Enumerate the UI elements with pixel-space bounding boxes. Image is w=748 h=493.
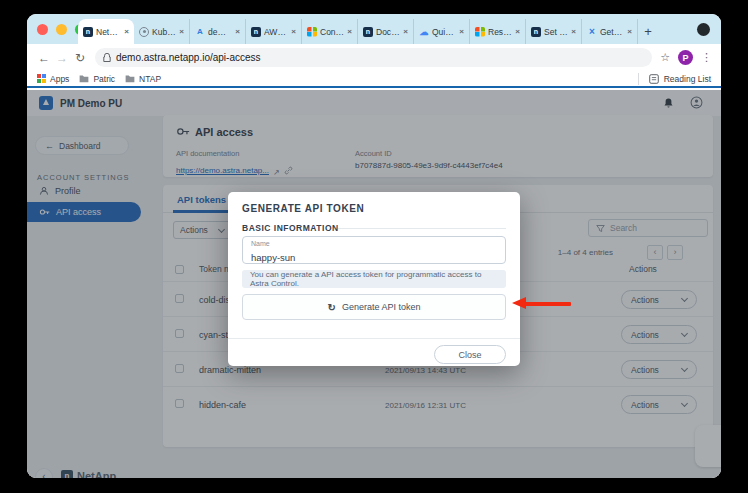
chrome-menu-icon[interactable] [701,51,712,64]
arrow-line [525,302,571,306]
generate-api-token-modal: GENERATE API TOKEN BASIC INFORMATION Nam… [228,192,520,366]
bookmark-label: Patric [93,74,115,84]
tab-label: demo-ak [208,27,232,37]
reading-list-icon [649,74,659,84]
microsoft-favicon [475,27,485,37]
azure-favicon [195,27,205,37]
close-window-button[interactable] [37,24,48,35]
tab-close-icon[interactable] [403,27,408,36]
tab-close-icon[interactable] [124,27,129,36]
modal-title: GENERATE API TOKEN [242,203,364,214]
folder-icon [125,74,135,83]
reading-list-button[interactable]: Reading List [638,73,711,85]
tab-netapp[interactable]: NetApp A [78,19,134,44]
reading-list-label: Reading List [664,74,711,84]
arrow-head-icon [512,297,526,309]
modal-section-label: BASIC INFORMATION [242,223,339,233]
modal-footer-divider [228,338,520,339]
tab-close-icon[interactable] [179,27,184,36]
google-cloud-favicon [419,27,429,37]
back-button[interactable] [35,51,53,65]
bookmark-apps[interactable]: Apps [37,74,69,84]
generate-button-label: Generate API token [342,302,421,312]
name-field-label: Name [251,240,497,247]
tab-close-icon[interactable] [571,27,576,36]
info-banner: You can generate a API access token for … [242,270,506,288]
tab-strip: NetApp A Kubernet demo-ak AWS, Azu Confi… [27,14,721,44]
tab-close-icon[interactable] [291,27,296,36]
tab-label: Resource [488,27,512,37]
folder-icon [79,74,89,83]
tab-aws-azure[interactable]: AWS, Azu [246,19,302,44]
minimize-window-button[interactable] [56,24,67,35]
kubernetes-favicon [139,27,149,37]
new-tab-button[interactable]: + [638,19,658,44]
reload-button[interactable] [71,51,89,65]
tab-close-icon[interactable] [347,27,352,36]
tab-kubernetes[interactable]: Kubernet [134,19,190,44]
tab-label: Getting s [600,27,624,37]
astra-control-app: PM Demo PU Dashboard ACCOUNT SETTINGS Pr… [27,90,721,478]
address-bar[interactable]: demo.astra.netapp.io/api-access [95,48,652,67]
tab-quickstart[interactable]: Quicksta [414,19,470,44]
browser-window: NetApp A Kubernet demo-ak AWS, Azu Confi… [27,14,721,478]
bookmark-label: Apps [50,74,69,84]
tab-label: Quicksta [432,27,456,37]
bookmark-star-icon[interactable] [660,51,670,64]
microsoft-favicon [307,27,317,37]
tab-label: Set up G [544,27,568,37]
x-favicon [587,27,597,37]
lock-icon [103,53,111,62]
browser-toolbar: demo.astra.netapp.io/api-access P [27,44,721,71]
browser-profile-avatar[interactable]: P [678,50,693,65]
netapp-favicon [363,27,373,37]
bookmarks-bar: Apps Patric NTAP Reading List [27,71,721,88]
close-button[interactable]: Close [434,345,506,364]
tab-configure[interactable]: Configur [302,19,358,44]
netapp-favicon [251,27,261,37]
tab-resources[interactable]: Resource [470,19,526,44]
tab-close-icon[interactable] [235,27,240,36]
netapp-favicon [83,27,93,37]
tab-search-icon[interactable] [697,23,710,36]
tab-label: AWS, Azu [264,27,288,37]
tab-label: NetApp A [96,27,121,37]
url-text: demo.astra.netapp.io/api-access [116,52,261,63]
tab-getting-started[interactable]: Getting s [582,19,638,44]
tab-label: Kubernet [152,27,176,37]
forward-button[interactable] [53,51,71,65]
section-divider [338,228,506,229]
tab-close-icon[interactable] [459,27,464,36]
tab-demo-ak[interactable]: demo-ak [190,19,246,44]
token-name-input[interactable] [251,252,497,263]
bookmark-folder-patric[interactable]: Patric [79,74,115,84]
generate-api-token-button[interactable]: Generate API token [242,294,506,320]
netapp-favicon [531,27,541,37]
bookmark-label: NTAP [139,74,161,84]
tab-label: Configur [320,27,344,37]
tab-close-icon[interactable] [515,27,520,36]
apps-grid-icon [37,74,46,83]
tab-documentation[interactable]: Documen [358,19,414,44]
tab-close-icon[interactable] [627,27,632,36]
tab-setup[interactable]: Set up G [526,19,582,44]
bookmark-folder-ntap[interactable]: NTAP [125,74,161,84]
tab-label: Documen [376,27,400,37]
refresh-icon [328,302,336,313]
token-name-field[interactable]: Name [242,236,506,264]
